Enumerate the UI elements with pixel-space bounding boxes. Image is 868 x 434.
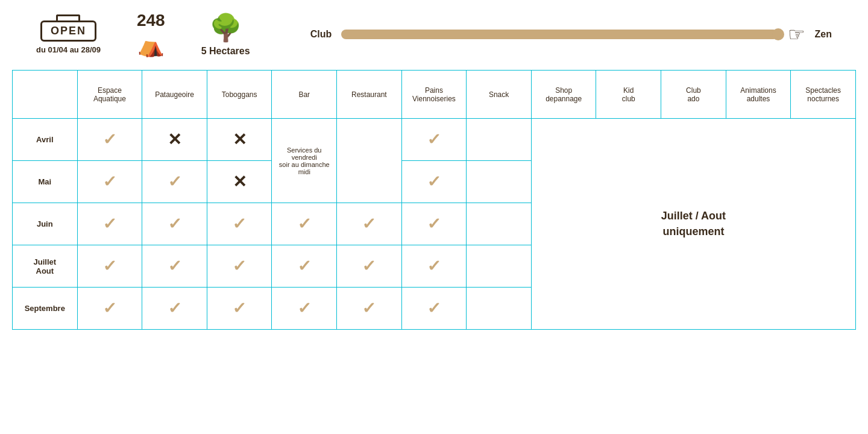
col-header-snack: Snack (467, 71, 532, 119)
check-icon: ✓ (102, 215, 117, 233)
table-header-row: EspaceAquatique Pataugeoire Toboggans Ba… (13, 71, 856, 119)
cell-juin-snack (467, 203, 532, 245)
cell-juin-bar: ✓ (272, 203, 337, 245)
cell-mai-pains: ✓ (401, 161, 467, 203)
cross-icon: ✕ (233, 130, 247, 149)
cross-icon: ✕ (233, 172, 247, 192)
check-icon: ✓ (102, 172, 117, 191)
col-header-toboggans: Toboggans (207, 71, 272, 119)
juillet-aout-only-text: Juillet / Aoutuniquement (534, 209, 853, 239)
cell-ja-pataugeoire: ✓ (142, 245, 207, 288)
cell-avril-espace: ✓ (77, 119, 142, 161)
cell-sep-snack (467, 288, 532, 330)
availability-table: EspaceAquatique Pataugeoire Toboggans Ba… (12, 70, 856, 330)
check-icon: ✓ (427, 257, 441, 275)
check-icon: ✓ (232, 215, 247, 233)
slider-track[interactable] (341, 30, 778, 39)
check-icon: ✓ (232, 299, 247, 318)
col-header-club-ado: Clubado (661, 71, 726, 119)
cell-sep-bar: ✓ (272, 288, 337, 330)
check-icon: ✓ (167, 172, 181, 191)
check-icon: ✓ (232, 257, 247, 275)
check-icon: ✓ (102, 130, 117, 149)
cell-juin-espace: ✓ (77, 203, 142, 245)
col-header-restaurant: Restaurant (337, 71, 402, 119)
slider-zen-label: Zen (815, 29, 832, 40)
cell-ja-snack (467, 245, 532, 288)
cell-avril-bar: Services du vendredisoir au dimanche mid… (272, 119, 337, 203)
cell-avril-pataugeoire: ✕ (142, 119, 207, 161)
month-juillet-aout: JuilletAout (13, 245, 78, 288)
cell-ja-toboggans: ✓ (207, 245, 272, 288)
col-header-spectacles: Spectaclesnocturnes (791, 71, 856, 119)
cell-ja-pains: ✓ (401, 245, 467, 288)
check-icon: ✓ (362, 215, 376, 233)
check-icon: ✓ (427, 172, 441, 191)
cell-sep-espace: ✓ (77, 288, 142, 330)
cell-ja-espace: ✓ (77, 245, 142, 288)
sites-number: 248 (137, 11, 165, 30)
col-header-pataugeoire: Pataugeoire (142, 71, 207, 119)
check-icon: ✓ (167, 299, 181, 318)
check-icon: ✓ (102, 299, 117, 318)
hectares-label: 5 Hectares (201, 46, 250, 57)
col-header-shop: Shopdepannage (531, 71, 596, 119)
cell-sep-restaurant: ✓ (337, 288, 402, 330)
cell-juin-pataugeoire: ✓ (142, 203, 207, 245)
check-icon: ✓ (427, 299, 441, 318)
col-header-month (13, 71, 78, 119)
slider-section[interactable]: Club ☞ Zen (310, 23, 832, 46)
cell-juin-pains: ✓ (401, 203, 467, 245)
open-sign: OPEN (40, 20, 96, 42)
month-juin: Juin (13, 203, 78, 245)
month-avril: Avril (13, 119, 78, 161)
col-header-bar: Bar (272, 71, 337, 119)
open-sign-item: OPEN du 01/04 au 28/09 (36, 14, 101, 54)
cell-ja-restaurant: ✓ (337, 245, 402, 288)
col-header-kid-club: Kidclub (596, 71, 661, 119)
check-icon: ✓ (427, 130, 441, 149)
check-icon: ✓ (362, 299, 376, 318)
month-septembre: Septembre (13, 288, 78, 330)
cell-avril-restaurant (337, 119, 402, 203)
hectares-item: 🌳 5 Hectares (201, 12, 250, 57)
cell-mai-snack (467, 161, 532, 203)
cell-mai-espace: ✓ (77, 161, 142, 203)
check-icon: ✓ (102, 257, 117, 275)
check-icon: ✓ (167, 215, 181, 233)
cell-avril-toboggans: ✕ (207, 119, 272, 161)
cell-avril-pains: ✓ (401, 119, 467, 161)
open-date: du 01/04 au 28/09 (36, 45, 101, 54)
cell-sep-pataugeoire: ✓ (142, 288, 207, 330)
slider-club-label: Club (310, 29, 332, 40)
camping-icon: ⛺ (137, 33, 165, 58)
month-mai: Mai (13, 161, 78, 203)
cell-avril-snack (467, 119, 532, 161)
cell-juin-restaurant: ✓ (337, 203, 402, 245)
header-section: OPEN du 01/04 au 28/09 248 ⛺ 🌳 5 Hectare… (0, 0, 868, 64)
cell-mai-pataugeoire: ✓ (142, 161, 207, 203)
check-icon: ✓ (362, 257, 376, 275)
cell-sep-pains: ✓ (401, 288, 467, 330)
col-header-pains: PainsViennoiseries (401, 71, 467, 119)
check-icon: ✓ (297, 257, 312, 275)
check-icon: ✓ (427, 215, 441, 233)
sites-count-item: 248 ⛺ (137, 11, 165, 58)
cursor-icon: ☞ (788, 23, 805, 46)
tree-icon: 🌳 (209, 12, 242, 43)
col-header-espace-aquatique: EspaceAquatique (77, 71, 142, 119)
cell-mai-toboggans: ✕ (207, 161, 272, 203)
cell-juin-toboggans: ✓ (207, 203, 272, 245)
check-icon: ✓ (297, 299, 312, 318)
check-icon: ✓ (297, 215, 312, 233)
cell-sep-toboggans: ✓ (207, 288, 272, 330)
col-header-animations: Animationsadultes (726, 71, 791, 119)
slider-thumb[interactable] (772, 28, 784, 40)
cell-ja-bar: ✓ (272, 245, 337, 288)
availability-table-container: EspaceAquatique Pataugeoire Toboggans Ba… (0, 64, 868, 342)
cross-icon: ✕ (168, 130, 181, 149)
check-icon: ✓ (167, 257, 181, 275)
cell-avril-shop: Juillet / Aoutuniquement (531, 119, 855, 330)
table-row-avril: Avril ✓ ✕ ✕ Services du vendredisoir au … (13, 119, 856, 161)
